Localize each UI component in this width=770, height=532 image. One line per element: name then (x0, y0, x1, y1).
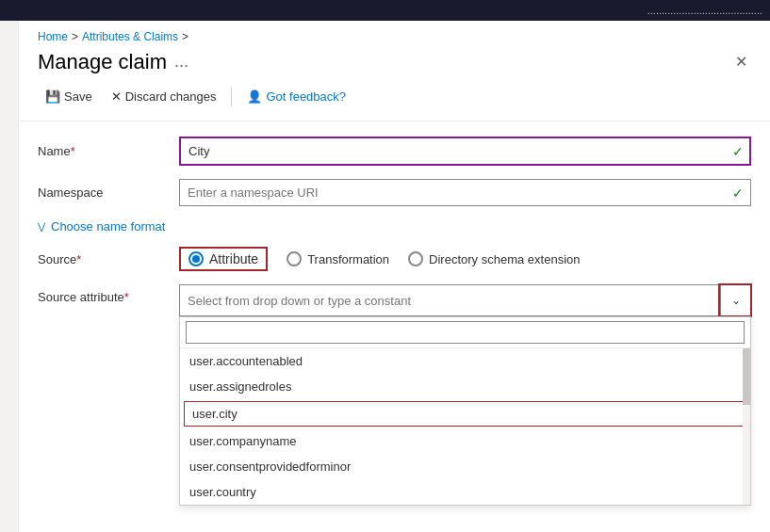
name-input[interactable] (179, 137, 751, 166)
dropdown-search-area (180, 317, 750, 348)
source-directory-option[interactable]: Directory schema extension (408, 251, 580, 266)
close-button[interactable]: ✕ (731, 49, 751, 74)
source-attr-required: * (124, 290, 129, 304)
breadcrumb: Home > Attributes & Claims > (19, 21, 770, 49)
list-item[interactable]: user.accountenabled (180, 348, 750, 374)
form-area: Name* ✓ Namespace ✓ ⋁ Choose name format (19, 121, 770, 316)
breadcrumb-sep2: > (182, 30, 188, 43)
main-content: Home > Attributes & Claims > Manage clai… (19, 21, 770, 532)
save-label: Save (64, 89, 92, 104)
page-title-row: Manage claim ... ✕ (19, 49, 770, 86)
attribute-radio-label: Attribute (209, 251, 258, 266)
discard-label: Discard changes (125, 89, 217, 104)
dropdown-list: user.accountenabled user.assignedroles u… (180, 348, 750, 505)
source-radio-group: Attribute Transformation Directory schem… (179, 247, 580, 271)
namespace-row: Namespace ✓ (38, 179, 751, 206)
attribute-radio-circle (188, 251, 204, 266)
sidebar (0, 21, 19, 532)
breadcrumb-home[interactable]: Home (38, 30, 68, 43)
source-attribute-option[interactable]: Attribute (179, 247, 268, 271)
name-row: Name* ✓ (38, 137, 751, 166)
toolbar-separator (231, 88, 232, 106)
feedback-icon: 👤 (247, 89, 262, 104)
save-icon: 💾 (45, 89, 60, 104)
discard-icon: ✕ (111, 89, 122, 104)
choose-name-format-row[interactable]: ⋁ Choose name format (38, 219, 751, 234)
source-attr-label: Source attribute* (38, 284, 179, 304)
discard-button[interactable]: ✕ Discard changes (104, 86, 224, 107)
source-attr-dropdown-button[interactable]: ⌄ (720, 285, 750, 315)
list-item[interactable]: user.assignedroles (180, 374, 750, 399)
source-attr-dropdown-main: ⌄ (179, 284, 751, 316)
name-check-icon: ✓ (732, 144, 744, 159)
namespace-check-icon: ✓ (732, 185, 744, 201)
list-item-city[interactable]: user.city (184, 401, 746, 427)
list-item[interactable]: user.country (180, 479, 750, 505)
feedback-label: Got feedback? (266, 89, 346, 104)
transformation-radio-circle (287, 251, 302, 266)
chevron-down-icon: ⋁ (38, 221, 45, 232)
name-input-wrap: ✓ (179, 137, 751, 166)
source-attr-dropdown-panel: user.accountenabled user.assignedroles u… (179, 316, 751, 506)
breadcrumb-sep1: > (72, 30, 78, 43)
namespace-input[interactable] (179, 179, 751, 206)
name-required: * (71, 144, 75, 158)
top-bar-text: ........................................ (647, 5, 762, 16)
source-row: Source* Attribute Transformation (38, 247, 751, 271)
list-item[interactable]: user.consentprovidedforminor (180, 454, 750, 479)
toolbar: 💾 Save ✕ Discard changes 👤 Got feedback? (19, 86, 770, 121)
source-transformation-option[interactable]: Transformation (287, 251, 389, 266)
scrollbar-track (743, 348, 750, 505)
source-label: Source* (38, 252, 179, 266)
source-attribute-row: Source attribute* ⌄ user.accountenabled (38, 284, 751, 316)
dropdown-search-input[interactable] (186, 321, 745, 344)
directory-radio-circle (408, 251, 423, 266)
feedback-button[interactable]: 👤 Got feedback? (239, 86, 353, 107)
page-title: Manage claim (38, 50, 167, 74)
scrollbar-thumb[interactable] (743, 348, 750, 405)
directory-radio-label: Directory schema extension (429, 252, 580, 266)
source-required: * (76, 252, 81, 266)
namespace-label: Namespace (38, 185, 179, 200)
name-label: Name* (38, 144, 179, 158)
list-item[interactable]: user.companyname (180, 428, 750, 454)
source-attr-input[interactable] (180, 288, 720, 314)
source-attr-dropdown-wrap: ⌄ user.accountenabled user.assignedroles… (179, 284, 751, 316)
save-button[interactable]: 💾 Save (38, 86, 100, 107)
choose-name-format-label: Choose name format (51, 219, 165, 234)
page-more-button[interactable]: ... (174, 52, 188, 72)
top-bar: ........................................ (0, 0, 770, 21)
breadcrumb-attrs[interactable]: Attributes & Claims (82, 30, 178, 43)
transformation-radio-label: Transformation (307, 252, 389, 266)
namespace-input-wrap: ✓ (179, 179, 751, 206)
